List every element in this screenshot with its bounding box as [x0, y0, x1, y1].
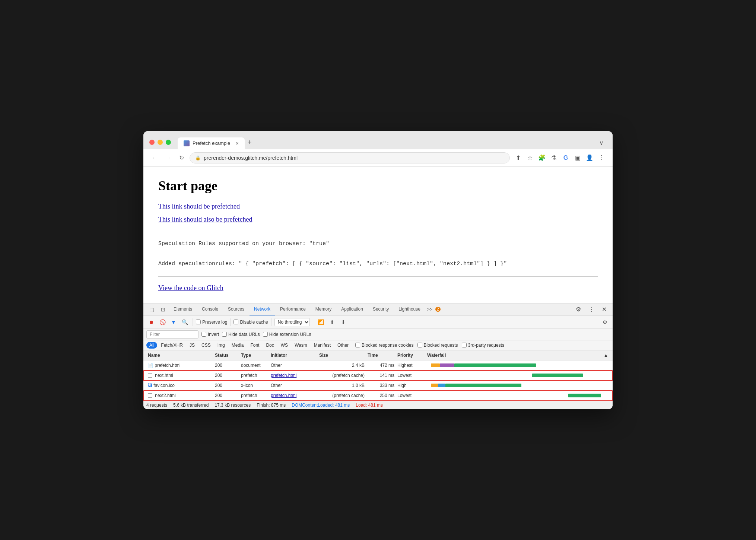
active-tab[interactable]: Prefetch example × [178, 137, 245, 149]
resources-size: 17.3 kB resources [215, 403, 251, 408]
type-manifest-button[interactable]: Manifest [311, 342, 334, 349]
hide-ext-label[interactable]: Hide extension URLs [263, 332, 311, 337]
prefetch-link-1[interactable]: This link should be prefetched [158, 203, 598, 210]
table-row[interactable]: next.html 200 prefetch prefetch.html (pr… [143, 371, 613, 381]
tab-favicon-icon [184, 140, 190, 146]
type-fetchxhr-button[interactable]: Fetch/XHR [158, 342, 186, 349]
row-type: prefetch [239, 372, 269, 379]
tab-lighthouse[interactable]: Lighthouse [394, 304, 425, 315]
type-all-button[interactable]: All [146, 342, 157, 349]
col-time[interactable]: Time [366, 352, 396, 359]
type-ws-button[interactable]: WS [278, 342, 291, 349]
tab-dropdown-button[interactable]: ∨ [596, 136, 607, 149]
col-size[interactable]: Size [318, 352, 366, 359]
tab-sources[interactable]: Sources [223, 304, 249, 315]
row-initiator[interactable]: prefetch.html [269, 392, 318, 399]
tab-security[interactable]: Security [368, 304, 393, 315]
prefetch-link-2[interactable]: This link should also be prefetched [158, 216, 598, 223]
network-settings-button[interactable]: ⚙ [600, 317, 610, 327]
tab-close-button[interactable]: × [236, 140, 239, 146]
filter-input[interactable] [146, 330, 198, 339]
minimize-button[interactable] [158, 140, 163, 145]
tab-performance[interactable]: Performance [276, 304, 310, 315]
type-other-button[interactable]: Other [334, 342, 352, 349]
bookmark-button[interactable]: ☆ [525, 153, 535, 163]
preserve-log-checkbox[interactable] [196, 320, 201, 324]
more-tabs-button[interactable]: >> [426, 304, 434, 315]
address-bar[interactable]: 🔒 prerender-demos.glitch.me/prefetch.htm… [190, 152, 510, 163]
hide-data-urls-label[interactable]: Hide data URLs [222, 332, 260, 337]
blocked-cookies-label[interactable]: Blocked response cookies [355, 343, 413, 348]
tab-elements[interactable]: Elements [169, 304, 197, 315]
type-css-button[interactable]: CSS [198, 342, 214, 349]
more-options-button[interactable]: ⋮ [585, 304, 597, 314]
maximize-button[interactable] [166, 140, 171, 145]
upload-button[interactable]: ⬆ [327, 317, 337, 327]
refresh-button[interactable]: ↻ [176, 153, 187, 163]
row-initiator[interactable]: prefetch.html [269, 372, 318, 379]
devtools-panel: ⬚ ⊡ Elements Console Sources Network Per… [143, 303, 613, 409]
wifi-icon[interactable]: 📶 [316, 317, 326, 327]
extensions-button[interactable]: 🧩 [537, 153, 547, 163]
type-doc-button[interactable]: Doc [263, 342, 277, 349]
new-tab-button[interactable]: + [245, 136, 255, 149]
inspector-icon[interactable]: ⬚ [146, 304, 157, 315]
back-button[interactable]: ← [149, 153, 160, 163]
close-button[interactable] [149, 140, 155, 145]
device-icon[interactable]: ⊡ [158, 304, 168, 315]
reading-mode-button[interactable]: ▣ [572, 153, 583, 163]
type-media-button[interactable]: Media [229, 342, 247, 349]
third-party-checkbox[interactable] [462, 343, 467, 347]
invert-label[interactable]: Invert [201, 332, 219, 337]
row-status: 200 [213, 362, 239, 369]
col-waterfall[interactable]: Waterfall ▲ [426, 352, 610, 359]
third-party-label[interactable]: 3rd-party requests [462, 343, 504, 348]
filter-icon[interactable]: ▼ [169, 317, 178, 327]
address-text: prerender-demos.glitch.me/prefetch.html [204, 155, 298, 161]
tab-console[interactable]: Console [197, 304, 223, 315]
type-font-button[interactable]: Font [247, 342, 262, 349]
close-devtools-button[interactable]: ✕ [599, 304, 610, 314]
settings-button[interactable]: ⚙ [573, 304, 584, 314]
blocked-requests-checkbox[interactable] [417, 343, 422, 347]
experiments-button[interactable]: ⚗ [549, 153, 559, 163]
search-button[interactable]: 🔍 [180, 317, 190, 327]
clear-button[interactable]: 🚫 [158, 317, 167, 327]
hide-data-urls-checkbox[interactable] [222, 332, 227, 337]
table-row[interactable]: 📄 prefetch.html 200 document Other 2.4 k… [143, 360, 613, 371]
tab-network[interactable]: Network [250, 304, 275, 315]
col-name[interactable]: Name [146, 352, 213, 359]
disable-cache-checkbox[interactable] [234, 320, 238, 324]
row-waterfall [426, 372, 610, 378]
throttle-select[interactable]: No throttling [274, 318, 310, 326]
blocked-requests-label[interactable]: Blocked requests [417, 343, 458, 348]
divider-1 [158, 231, 598, 231]
type-img-button[interactable]: Img [215, 342, 228, 349]
col-status[interactable]: Status [213, 352, 239, 359]
col-initiator[interactable]: Initiator [269, 352, 318, 359]
hide-ext-checkbox[interactable] [263, 332, 268, 337]
forward-button[interactable]: → [163, 153, 173, 163]
download-button[interactable]: ⬇ [339, 317, 348, 327]
record-button[interactable]: ⏺ [146, 317, 156, 327]
type-js-button[interactable]: JS [187, 342, 198, 349]
col-type[interactable]: Type [239, 352, 269, 359]
disable-cache-label[interactable]: Disable cache [234, 320, 268, 325]
row-name: next.html [146, 372, 213, 379]
col-priority[interactable]: Priority [396, 352, 426, 359]
menu-button[interactable]: ⋮ [596, 153, 607, 163]
title-bar: Prefetch example × + ∨ [143, 131, 613, 149]
tab-application[interactable]: Application [337, 304, 368, 315]
google-button[interactable]: G [560, 153, 571, 163]
share-button[interactable]: ⬆ [513, 153, 523, 163]
type-wasm-button[interactable]: Wasm [292, 342, 310, 349]
glitch-link[interactable]: View the code on Glitch [158, 284, 223, 292]
tab-memory[interactable]: Memory [311, 304, 336, 315]
profile-button[interactable]: 👤 [584, 153, 595, 163]
invert-checkbox[interactable] [201, 332, 206, 337]
row-type: document [239, 362, 269, 369]
table-row[interactable]: 🖼 favicon.ico 200 x-icon Other 1.0 kB 33… [143, 381, 613, 391]
preserve-log-label[interactable]: Preserve log [196, 320, 227, 325]
table-row[interactable]: next2.html 200 prefetch prefetch.html (p… [143, 391, 613, 401]
blocked-cookies-checkbox[interactable] [355, 343, 360, 347]
